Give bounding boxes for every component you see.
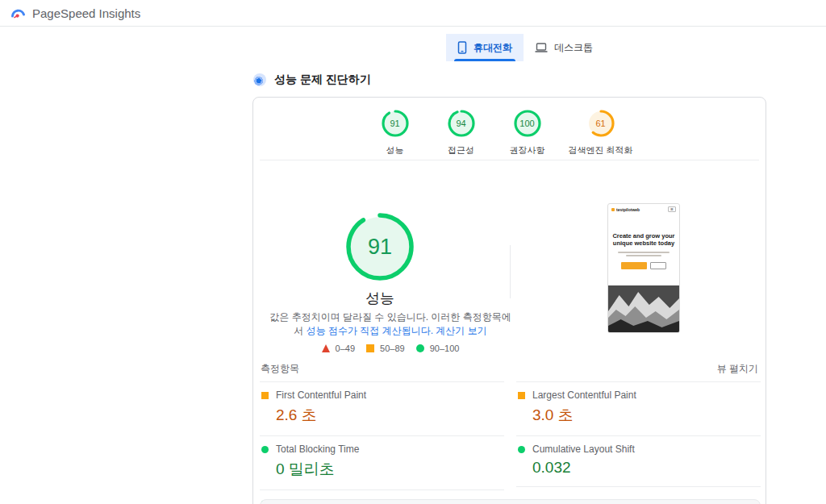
tab-mobile[interactable]: 휴대전화: [446, 34, 524, 61]
thumbnail-primary-button: [621, 262, 647, 269]
metric-cls[interactable]: Cumulative Layout Shift 0.032: [516, 435, 761, 487]
best-practices-score: 100: [513, 109, 542, 138]
hamburger-menu-icon: ☰: [668, 206, 676, 212]
score-calc-link[interactable]: 성능 점수가 직접 계산됩니다.: [307, 325, 433, 336]
diagnose-performance-icon: [253, 73, 266, 86]
tbt-status-icon: [261, 446, 269, 453]
cls-value: 0.032: [532, 459, 761, 477]
metrics-section-title: 측정항목: [261, 362, 299, 376]
card-divider: [260, 160, 759, 160]
seo-label: 검색엔진 최적화: [568, 144, 632, 156]
metrics-grid: First Contentful Paint 2.6 초 Total Block…: [260, 381, 761, 504]
average-range: 50–89: [380, 344, 405, 353]
thumbnail-site-logo: testpilotweb: [611, 207, 640, 212]
tab-desktop[interactable]: 데스크톱: [524, 34, 604, 61]
metric-fcp[interactable]: First Contentful Paint 2.6 초: [260, 381, 504, 435]
page-screenshot-thumbnail[interactable]: testpilotweb ☰ Create and grow your uniq…: [607, 203, 680, 333]
thumbnail-subtext-placeholder: [608, 252, 679, 256]
performance-gauge: 91: [381, 109, 410, 138]
category-best-practices[interactable]: 100 권장사항: [494, 109, 561, 156]
legend-average: 50–89: [366, 344, 405, 353]
performance-main-gauge: 91: [345, 212, 415, 281]
accessibility-score: 94: [447, 109, 476, 138]
performance-main-score: 91: [345, 212, 415, 281]
metrics-column-left: First Contentful Paint 2.6 초 Total Block…: [260, 381, 504, 504]
metrics-column-right: Largest Contentful Paint 3.0 초 Cumulativ…: [516, 381, 761, 504]
seo-gauge: 61: [586, 109, 615, 138]
lcp-status-icon: [518, 392, 525, 399]
calculator-link[interactable]: 계산기 보기: [436, 325, 486, 336]
category-gauges-row: 91 성능 94 접근성: [245, 109, 757, 156]
mountain-photo: [608, 285, 679, 332]
legend-fail: 0–49: [322, 344, 355, 353]
vertical-divider: [510, 245, 511, 298]
category-seo[interactable]: 61 검색엔진 최적화: [561, 109, 641, 156]
tbt-value: 0 밀리초: [276, 459, 504, 480]
thumbnail-headline: Create and grow your unique website toda…: [608, 232, 679, 247]
phone-icon: [457, 41, 467, 54]
best-practices-label: 권장사항: [510, 144, 545, 156]
fcp-status-icon: [261, 392, 269, 399]
fcp-name: First Contentful Paint: [276, 389, 366, 401]
section-title: 성능 문제 진단하기: [274, 73, 371, 87]
cls-status-icon: [518, 446, 525, 453]
laptop-icon: [535, 43, 548, 53]
legend-pass: 90–100: [416, 344, 460, 353]
seo-score: 61: [586, 109, 615, 138]
accessibility-gauge: 94: [447, 109, 476, 138]
performance-label: 성능: [386, 144, 404, 156]
pagespeed-insights-page: PageSpeed Insights 휴대전화 데스크톱 성능 문제 진단하기: [0, 0, 826, 504]
fcp-value: 2.6 초: [276, 405, 504, 426]
thumbnail-site-header: testpilotweb ☰: [608, 204, 679, 215]
performance-main-label: 성능: [345, 289, 415, 308]
tbt-name: Total Blocking Time: [276, 444, 359, 455]
accessibility-label: 접근성: [448, 144, 474, 156]
expand-view-button[interactable]: 뷰 펼치기: [717, 362, 758, 376]
site-name: testpilotweb: [616, 207, 640, 212]
app-title: PageSpeed Insights: [32, 6, 140, 20]
best-practices-gauge: 100: [513, 109, 542, 138]
performance-score: 91: [381, 109, 410, 138]
tab-desktop-label: 데스크톱: [554, 41, 593, 55]
section-header: 성능 문제 진단하기: [253, 73, 371, 87]
cls-name: Cumulative Layout Shift: [532, 444, 635, 455]
average-square-icon: [366, 344, 374, 352]
fail-range: 0–49: [336, 344, 355, 353]
metric-tbt[interactable]: Total Blocking Time 0 밀리초: [260, 435, 504, 489]
report-card: 91 성능 94 접근성: [252, 97, 766, 504]
category-accessibility[interactable]: 94 접근성: [428, 109, 494, 156]
lcp-value: 3.0 초: [532, 405, 761, 426]
category-performance[interactable]: 91 성능: [362, 109, 428, 156]
score-description: 값은 추정치이며 달라질 수 있습니다. 이러한 측정항목에서 성능 점수가 직…: [268, 310, 513, 338]
app-header: PageSpeed Insights: [0, 0, 826, 27]
thumbnail-buttons: [608, 262, 679, 269]
thumbnail-secondary-button: [650, 262, 666, 269]
pagespeed-logo-icon: [10, 6, 26, 20]
device-tabs: 휴대전화 데스크톱: [446, 34, 604, 61]
fail-triangle-icon: [322, 344, 330, 352]
score-legend: 0–49 50–89 90–100: [268, 344, 513, 353]
pass-range: 90–100: [430, 344, 460, 353]
tab-mobile-label: 휴대전화: [473, 41, 512, 55]
site-logo-icon: [611, 208, 615, 211]
metric-lcp[interactable]: Largest Contentful Paint 3.0 초: [516, 381, 761, 435]
next-section-partial: [260, 499, 761, 504]
pass-circle-icon: [416, 344, 424, 352]
lcp-name: Largest Contentful Paint: [532, 389, 636, 401]
